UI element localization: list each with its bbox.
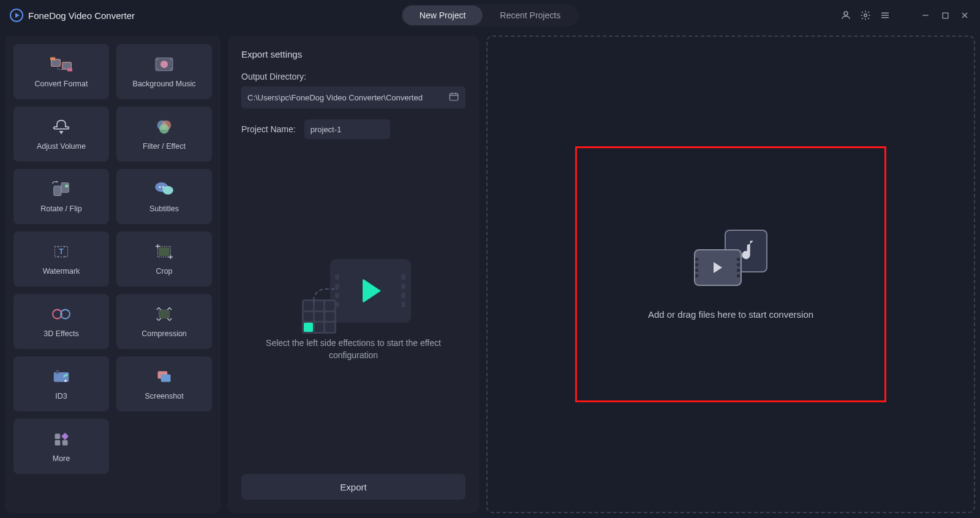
tool-watermark[interactable]: TWatermark xyxy=(13,231,109,287)
drop-highlight-frame: Add or drag files here to start conversi… xyxy=(575,146,886,402)
tool-subtitles[interactable]: Subtitles xyxy=(116,169,212,224)
tool-label: 3D Effects xyxy=(43,329,78,338)
titlebar: FoneDog Video Converter New Project Rece… xyxy=(0,0,980,31)
svg-rect-6 xyxy=(943,13,948,18)
tool-label: Convert Format xyxy=(35,80,88,88)
tool-background-music[interactable]: Background Music xyxy=(116,44,212,99)
svg-rect-34 xyxy=(64,256,65,257)
svg-rect-47 xyxy=(61,432,69,440)
background-music-icon xyxy=(153,55,176,73)
drop-panel[interactable]: Add or drag files here to start conversi… xyxy=(486,36,975,513)
svg-point-24 xyxy=(65,184,68,187)
id3-icon xyxy=(50,367,73,386)
effect-config-area: Select the left side effections to start… xyxy=(241,154,466,467)
project-name-label: Project Name: xyxy=(241,124,296,134)
tab-new-project[interactable]: New Project xyxy=(402,6,483,25)
svg-rect-33 xyxy=(58,256,59,257)
maximize-button[interactable] xyxy=(940,10,951,21)
tool-label: More xyxy=(53,454,70,463)
tool-adjust-volume[interactable]: Adjust Volume xyxy=(13,107,109,162)
settings-icon[interactable] xyxy=(860,10,871,21)
tool-3d-effects[interactable]: 3D Effects xyxy=(13,294,109,349)
project-name-input[interactable] xyxy=(304,119,390,139)
svg-rect-40 xyxy=(159,310,170,318)
tool-crop[interactable]: Crop xyxy=(116,231,212,287)
svg-point-0 xyxy=(844,12,848,15)
video-file-icon xyxy=(694,249,742,286)
browse-folder-icon[interactable] xyxy=(448,91,459,104)
convert-format-icon xyxy=(50,55,73,73)
svg-rect-10 xyxy=(62,62,72,69)
svg-rect-32 xyxy=(64,246,65,247)
tool-label: Watermark xyxy=(43,267,80,276)
svg-rect-49 xyxy=(62,440,68,446)
svg-point-16 xyxy=(170,59,172,60)
svg-rect-42 xyxy=(56,370,59,373)
menu-icon[interactable] xyxy=(880,10,891,21)
svg-rect-12 xyxy=(67,69,72,72)
tool-label: Screenshot xyxy=(145,392,183,400)
svg-rect-31 xyxy=(58,246,59,247)
tool-rotate-flip[interactable]: Rotate / Flip xyxy=(13,169,109,224)
watermark-icon: T xyxy=(50,242,73,261)
svg-rect-46 xyxy=(55,434,61,439)
app-logo: FoneDog Video Converter xyxy=(10,9,135,22)
tool-convert-format[interactable]: Convert Format xyxy=(13,44,109,99)
tool-filter-effect[interactable]: Filter / Effect xyxy=(116,107,212,162)
compression-icon xyxy=(153,305,176,323)
svg-point-1 xyxy=(864,14,867,17)
tool-label: Background Music xyxy=(133,80,196,88)
tool-label: Subtitles xyxy=(149,205,179,213)
subtitles-icon xyxy=(153,180,176,198)
effect-hint-text: Select the left side effections to start… xyxy=(262,337,445,361)
minimize-button[interactable] xyxy=(920,10,931,21)
svg-point-14 xyxy=(160,61,168,68)
export-heading: Export settings xyxy=(241,49,466,59)
rotate-flip-icon xyxy=(50,180,73,198)
filter-effect-icon xyxy=(153,118,176,136)
svg-rect-35 xyxy=(159,247,170,256)
adjust-volume-icon xyxy=(50,118,73,136)
close-button[interactable] xyxy=(959,10,970,21)
svg-rect-9 xyxy=(51,59,61,66)
tab-recent-projects[interactable]: Recent Projects xyxy=(483,6,578,25)
svg-rect-45 xyxy=(161,375,171,382)
svg-point-26 xyxy=(162,186,173,195)
more-icon xyxy=(50,430,73,448)
drop-illustration xyxy=(694,230,767,286)
svg-point-27 xyxy=(159,186,161,188)
svg-point-28 xyxy=(162,186,164,188)
svg-text:T: T xyxy=(59,247,64,256)
crop-icon xyxy=(153,242,176,261)
svg-rect-23 xyxy=(61,183,69,193)
export-button[interactable]: Export xyxy=(241,474,466,500)
tools-sidebar: Convert FormatBackground MusicAdjust Vol… xyxy=(5,36,221,513)
svg-rect-11 xyxy=(50,58,55,61)
screenshot-icon xyxy=(153,367,176,386)
3d-effects-icon xyxy=(50,305,73,323)
drop-text: Add or drag files here to start conversi… xyxy=(648,309,813,320)
svg-point-21 xyxy=(159,124,169,134)
svg-rect-48 xyxy=(55,440,61,446)
tool-screenshot[interactable]: Screenshot xyxy=(116,356,212,411)
app-title: FoneDog Video Converter xyxy=(28,10,135,21)
tool-id3[interactable]: ID3 xyxy=(13,356,109,411)
svg-point-43 xyxy=(64,380,67,382)
tool-label: Adjust Volume xyxy=(37,142,86,151)
user-icon[interactable] xyxy=(840,10,851,21)
tool-label: ID3 xyxy=(55,392,67,400)
output-dir-value: C:\Users\pc\FoneDog Video Converter\Conv… xyxy=(247,93,423,102)
svg-point-17 xyxy=(157,69,158,70)
output-dir-field[interactable]: C:\Users\pc\FoneDog Video Converter\Conv… xyxy=(241,86,466,108)
tool-compression[interactable]: Compression xyxy=(116,294,212,349)
project-tabs: New Project Recent Projects xyxy=(401,4,579,26)
output-dir-label: Output Directory: xyxy=(241,72,466,81)
svg-point-18 xyxy=(170,69,172,70)
titlebar-controls xyxy=(840,10,970,21)
tool-more[interactable]: More xyxy=(13,419,109,474)
logo-icon xyxy=(10,9,23,22)
svg-point-15 xyxy=(157,59,158,60)
tool-label: Filter / Effect xyxy=(143,142,186,151)
tool-label: Rotate / Flip xyxy=(40,205,81,213)
tool-label: Crop xyxy=(156,267,172,276)
